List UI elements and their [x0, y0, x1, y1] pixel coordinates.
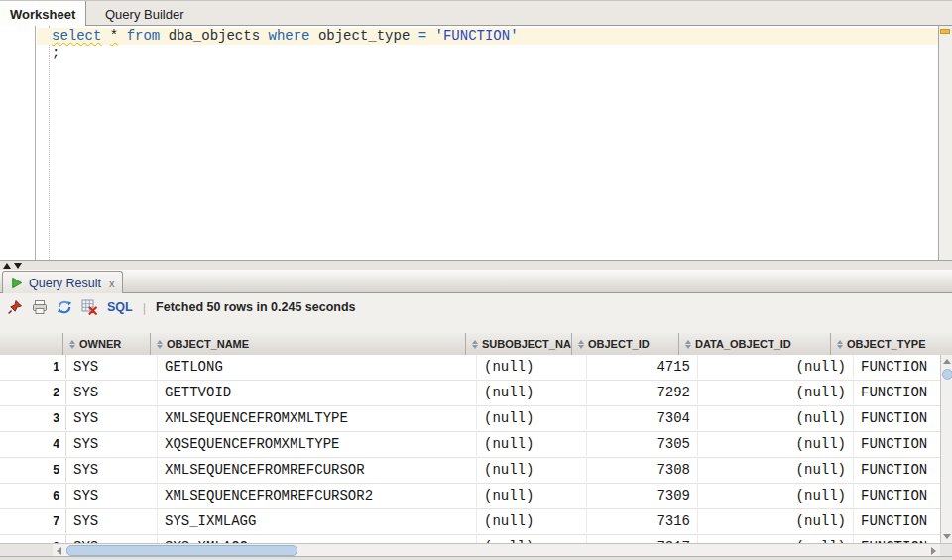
grid-body[interactable]: 1SYSGETLONG(null)4715(null)FUNCTION08-MA… — [0, 355, 940, 543]
cell[interactable]: (null) — [698, 458, 854, 482]
cell[interactable]: (null) — [477, 535, 587, 543]
cell[interactable]: FUNCTION — [854, 458, 940, 482]
print-icon[interactable] — [31, 299, 48, 316]
code-line-1[interactable]: select * from dba_objects where object_t… — [52, 28, 519, 45]
cell[interactable]: SYS — [66, 535, 158, 543]
cell[interactable]: SYS — [66, 458, 158, 482]
header-cell[interactable]: OBJECT_NAME — [151, 333, 466, 355]
horizontal-scroll-thumb[interactable] — [66, 545, 298, 556]
cell[interactable]: SYS_XMLAGG — [158, 535, 477, 543]
collapse-down-icon[interactable] — [14, 263, 22, 269]
cell[interactable]: (null) — [698, 484, 854, 507]
tab-query-builder[interactable]: Query Builder — [95, 1, 193, 27]
vertical-scrollbar[interactable] — [940, 355, 952, 543]
cell[interactable]: (null) — [477, 406, 587, 430]
table-row[interactable]: 5SYSXMLSEQUENCEFROMREFCURSOR(null)7308(n… — [0, 458, 940, 484]
header-cell[interactable]: DATA_OBJECT_ID — [679, 333, 831, 355]
cell[interactable]: 7292 — [587, 381, 698, 404]
toolbar-separator: | — [143, 300, 146, 315]
sql-editor[interactable]: select * from dba_objects where object_t… — [0, 26, 952, 260]
scroll-down-icon[interactable] — [943, 534, 951, 539]
cell[interactable]: 7316 — [587, 509, 698, 533]
table-row[interactable]: 2SYSGETTVOID(null)7292(null)FUNCTION08-M… — [0, 381, 940, 406]
cell[interactable]: 4715 — [587, 355, 698, 379]
cell[interactable]: (null) — [477, 458, 587, 482]
cell[interactable]: (null) — [698, 509, 854, 533]
cell[interactable]: FUNCTION — [854, 355, 940, 379]
tab-worksheet[interactable]: Worksheet — [0, 1, 86, 27]
cell[interactable]: 7317 — [587, 535, 698, 543]
cell[interactable]: (null) — [477, 432, 587, 456]
cell[interactable]: XQSEQUENCEFROMXMLTYPE — [158, 432, 477, 456]
cell[interactable]: 7305 — [587, 432, 698, 456]
warning-marker-icon[interactable] — [940, 29, 950, 34]
cell[interactable]: (null) — [477, 355, 587, 379]
cell[interactable]: 7308 — [587, 458, 698, 482]
cell[interactable]: SYS — [66, 355, 158, 379]
cell[interactable]: FUNCTION — [854, 484, 940, 507]
table-row[interactable]: 1SYSGETLONG(null)4715(null)FUNCTION08-MA — [0, 355, 940, 381]
overview-ruler[interactable] — [938, 26, 952, 260]
scroll-left-icon[interactable] — [57, 547, 61, 555]
code-line-2[interactable]: ; — [52, 45, 60, 61]
cell[interactable]: (null) — [698, 381, 854, 404]
results-splitter[interactable] — [0, 260, 952, 270]
cell[interactable]: SYS — [66, 432, 158, 456]
collapse-up-icon[interactable] — [3, 263, 11, 269]
header-label: OBJECT_TYPE — [847, 338, 925, 350]
cell[interactable]: SYS_IXMLAGG — [158, 509, 477, 533]
cell[interactable]: (null) — [698, 406, 854, 430]
cell[interactable]: SYS — [66, 406, 158, 430]
cell[interactable]: (null) — [698, 535, 854, 543]
cell[interactable]: FUNCTION — [854, 509, 940, 533]
cell[interactable]: XMLSEQUENCEFROMXMLTYPE — [158, 406, 477, 430]
cell[interactable]: FUNCTION — [854, 535, 940, 543]
cell[interactable]: 7304 — [587, 406, 698, 430]
code-token — [160, 28, 168, 44]
cell[interactable]: XMLSEQUENCEFROMREFCURSOR2 — [158, 484, 477, 507]
vertical-scroll-thumb[interactable] — [942, 369, 952, 380]
header-cell[interactable]: SUBOBJECT_NAME — [466, 333, 572, 355]
row-number[interactable]: 1 — [0, 355, 66, 379]
cell[interactable]: SYS — [66, 484, 158, 507]
cell[interactable]: FUNCTION — [854, 432, 940, 456]
scroll-up-icon[interactable] — [943, 359, 951, 364]
row-number[interactable]: 7 — [0, 509, 66, 533]
cell[interactable]: 7309 — [587, 484, 698, 507]
code-token — [310, 28, 318, 44]
row-number[interactable]: 2 — [0, 381, 66, 404]
table-row[interactable]: 7SYSSYS_IXMLAGG(null)7316(null)FUNCTION0… — [0, 509, 940, 535]
cell[interactable]: (null) — [698, 432, 854, 456]
table-row[interactable]: 4SYSXQSEQUENCEFROMXMLTYPE(null)7305(null… — [0, 432, 940, 458]
header-cell[interactable]: OWNER — [63, 333, 151, 355]
cell[interactable]: FUNCTION — [854, 406, 940, 430]
cell[interactable]: GETLONG — [158, 355, 477, 379]
tab-query-result[interactable]: Query Result x — [2, 271, 123, 294]
pin-icon[interactable] — [6, 299, 23, 316]
cell[interactable]: GETTVOID — [158, 381, 477, 404]
row-number[interactable]: 5 — [0, 458, 66, 482]
cell[interactable]: (null) — [477, 484, 587, 507]
delete-grid-icon[interactable] — [80, 299, 97, 316]
row-number[interactable]: 8 — [0, 535, 66, 543]
cell[interactable]: (null) — [698, 355, 854, 379]
row-number[interactable]: 4 — [0, 432, 66, 456]
cell[interactable]: SYS — [66, 509, 158, 533]
row-number[interactable]: 3 — [0, 406, 66, 430]
horizontal-scrollbar[interactable] — [53, 543, 940, 556]
refresh-icon[interactable] — [56, 299, 72, 316]
cell[interactable]: (null) — [477, 381, 587, 404]
table-row[interactable]: 8SYSSYS_XMLAGG(null)7317(null)FUNCTION08… — [0, 535, 940, 543]
table-row[interactable]: 6SYSXMLSEQUENCEFROMREFCURSOR2(null)7309(… — [0, 484, 940, 509]
close-icon[interactable]: x — [109, 278, 115, 289]
sql-button[interactable]: SQL — [107, 300, 133, 314]
row-number[interactable]: 6 — [0, 484, 66, 507]
cell[interactable]: SYS — [66, 381, 158, 404]
header-cell[interactable]: OBJECT_TYPE — [831, 333, 952, 355]
cell[interactable]: FUNCTION — [854, 381, 940, 404]
scroll-right-icon[interactable] — [931, 547, 936, 555]
table-row[interactable]: 3SYSXMLSEQUENCEFROMXMLTYPE(null)7304(nul… — [0, 406, 940, 432]
cell[interactable]: XMLSEQUENCEFROMREFCURSOR — [158, 458, 477, 482]
header-cell[interactable]: OBJECT_ID — [572, 333, 679, 355]
cell[interactable]: (null) — [477, 509, 587, 533]
